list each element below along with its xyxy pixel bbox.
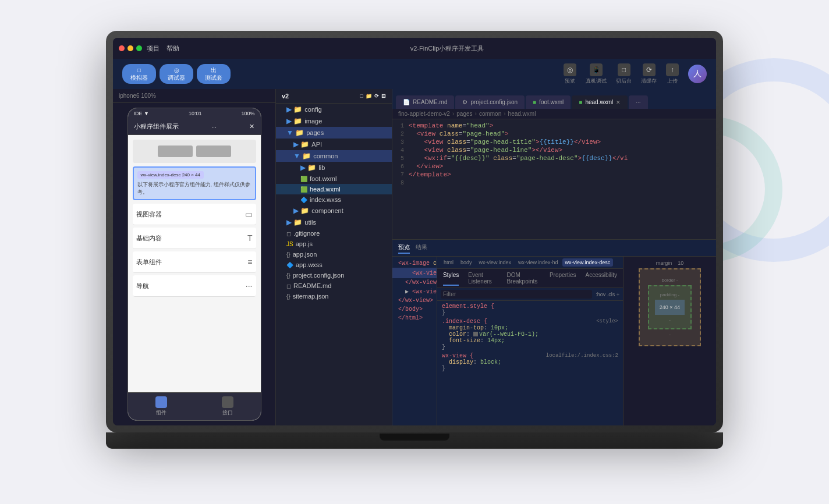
phone-status-left: IDE ▼ xyxy=(134,111,149,116)
ide-menu: 项目 帮助 xyxy=(147,44,179,53)
devtools-tab-properties[interactable]: Properties xyxy=(550,271,576,286)
menu-project[interactable]: 项目 xyxy=(147,44,160,53)
action-mobile-debug[interactable]: 📱 真机调试 xyxy=(586,63,607,85)
filetree-icon-folder[interactable]: 📁 xyxy=(366,93,372,99)
styles-pseudo[interactable]: :hov .cls + xyxy=(596,292,619,297)
laptop-outer: 项目 帮助 v2-FinClip小程序开发工具 □ 模拟器 ◎ 调试器 xyxy=(106,31,723,432)
tree-image[interactable]: ▶ 📁 image xyxy=(276,115,392,127)
tab-debug[interactable]: ◎ 调试器 xyxy=(160,64,193,84)
device-info: iphone6 100% xyxy=(113,89,275,103)
tab-head-wxml[interactable]: ■ head.wxml ✕ xyxy=(572,95,628,109)
phone-frame: IDE ▼ 10:01 100% 小程序组件展示 ··· ✕ xyxy=(127,108,261,421)
tree-head-wxml[interactable]: 🟩 head.wxml xyxy=(276,184,392,194)
bottom-tab-preview[interactable]: 预览 xyxy=(398,242,410,254)
action-cut-backend[interactable]: □ 切后台 xyxy=(616,63,632,85)
elem-tab-html[interactable]: html xyxy=(441,258,456,267)
maximize-button[interactable] xyxy=(136,45,142,51)
tab-simulate[interactable]: □ 模拟器 xyxy=(122,64,156,84)
action-preview[interactable]: ◎ 预览 xyxy=(564,63,576,85)
tree-head-wxml-label: head.wxml xyxy=(310,186,341,193)
file-icon: 🔷 xyxy=(286,262,293,268)
elem-tab-wxview-desc[interactable]: wx-view.index-desc xyxy=(562,258,614,267)
editor-tabs: 📄 README.md ⚙ project.config.json ■ foot… xyxy=(392,89,716,109)
filetree-icon-collapse[interactable]: ⊟ xyxy=(381,93,386,99)
tree-api-label: API xyxy=(311,141,322,148)
elem-tab-wxview-hd[interactable]: wx-view.index-hd xyxy=(515,258,561,267)
devtools-tab-eventlisteners[interactable]: Event Listeners xyxy=(468,271,497,286)
tab-head-close[interactable]: ✕ xyxy=(616,100,621,105)
list-item-2[interactable]: 基础内容 T xyxy=(133,228,256,249)
filetree-icon-refresh[interactable]: ⟳ xyxy=(374,93,379,99)
tree-index-wxss[interactable]: 🔷 index.wxss xyxy=(276,194,392,205)
tab-readme[interactable]: 📄 README.md xyxy=(396,95,454,109)
code-editor[interactable]: 1 <template name="head"> 2 <view class="… xyxy=(392,119,716,239)
simulate-icon: □ xyxy=(137,66,141,74)
tree-app-json[interactable]: {} app.json xyxy=(276,249,392,260)
user-avatar[interactable]: 人 xyxy=(688,65,707,83)
laptop-base xyxy=(106,432,723,449)
action-upload[interactable]: ↑ 上传 xyxy=(666,63,679,85)
minimize-button[interactable] xyxy=(127,45,133,51)
tree-pages[interactable]: ▼ 📁 pages xyxy=(276,127,392,139)
upload-label: 上传 xyxy=(667,77,678,85)
phone-status-time: 10:01 xyxy=(189,111,202,116)
filetree-icon-new[interactable]: □ xyxy=(360,93,363,99)
preview-panel: iphone6 100% IDE ▼ 10:01 100% 小程序组件展示 ··… xyxy=(113,89,276,425)
tree-api[interactable]: ▶ 📁 API xyxy=(276,139,392,150)
list-label-1: 视图容器 xyxy=(136,210,162,219)
filetree-header: v2 □ 📁 ⟳ ⊟ xyxy=(276,89,392,104)
clear-cache-label: 清缓存 xyxy=(641,77,657,85)
devtools-tab-styles[interactable]: Styles xyxy=(443,271,459,286)
test-icon: 出 xyxy=(211,66,217,74)
bottom-item-api[interactable]: 接口 xyxy=(222,396,233,417)
box-model: margin 10 border - padding - 240 × 44 - xyxy=(623,257,716,425)
list-label-3: 表单组件 xyxy=(136,258,162,267)
folder-icon: ▶ 📁 xyxy=(286,117,302,125)
tree-utils[interactable]: ▶ 📁 utils xyxy=(276,216,392,228)
folder-icon: ▼ 📁 xyxy=(286,129,304,137)
tree-component[interactable]: ▶ 📁 component xyxy=(276,205,392,216)
phone-nav-close[interactable]: ✕ xyxy=(249,123,254,130)
tree-config[interactable]: ▶ 📁 config xyxy=(276,104,392,115)
phone-highlight-tag: wx-view.index-desc 240 × 44 xyxy=(137,171,204,179)
tree-lib[interactable]: ▶ 📁 lib xyxy=(276,162,392,173)
tree-readme[interactable]: ◻ README.md xyxy=(276,281,392,291)
bottom-tab-console[interactable]: 结果 xyxy=(416,242,427,254)
tab-test[interactable]: 出 测试套 xyxy=(197,64,231,84)
dom-line-7: </html> xyxy=(392,314,437,322)
tab-project-config[interactable]: ⚙ project.config.json xyxy=(455,95,525,109)
tree-gitignore[interactable]: ◻ .gitignore xyxy=(276,228,392,239)
phone-status-bar: IDE ▼ 10:01 100% xyxy=(128,108,261,119)
style-rule-index-desc: .index-desc { <style> margin-top: 10px; … xyxy=(442,318,618,350)
close-button[interactable] xyxy=(119,45,125,51)
mobile-debug-icon: 📱 xyxy=(590,63,603,76)
tree-app-wxss[interactable]: 🔷 app.wxss xyxy=(276,260,392,270)
tab-readme-label: README.md xyxy=(413,99,447,105)
elem-tab-wxview-index[interactable]: wx-view.index xyxy=(476,258,515,267)
list-label-4: 导航 xyxy=(136,282,149,290)
element-tabs: html body wx-view.index wx-view.index-hd… xyxy=(437,257,623,269)
dom-line-2[interactable]: <wx-view class="index-desc">以下将展示小程序官方组件… xyxy=(392,268,437,278)
list-item-3[interactable]: 表单组件 ≡ xyxy=(133,251,256,273)
tree-foot-wxml[interactable]: 🟩 foot.wxml xyxy=(276,173,392,184)
tree-common[interactable]: ▼ 📁 common xyxy=(276,150,392,162)
laptop-wrapper: 项目 帮助 v2-FinClip小程序开发工具 □ 模拟器 ◎ 调试器 xyxy=(106,31,723,473)
tree-app-js[interactable]: JS app.js xyxy=(276,239,392,249)
devtools-tab-accessibility[interactable]: Accessibility xyxy=(586,271,617,286)
devtools-tab-dombreakpoints[interactable]: DOM Breakpoints xyxy=(506,271,540,286)
bottom-item-component[interactable]: 组件 xyxy=(155,396,167,417)
phone-nav-more[interactable]: ··· xyxy=(211,123,217,130)
tree-sitemap[interactable]: {} sitemap.json xyxy=(276,291,392,301)
dom-tree-area: <wx-image class="index-logo" src="../res… xyxy=(392,257,437,425)
tree-image-label: image xyxy=(304,118,322,125)
tab-foot-wxml[interactable]: ■ foot.wxml xyxy=(526,95,571,109)
menu-help[interactable]: 帮助 xyxy=(166,44,179,53)
list-icon-4: ··· xyxy=(246,281,253,290)
list-item-1[interactable]: 视图容器 ▭ xyxy=(133,204,256,225)
styles-filter-input[interactable] xyxy=(441,290,592,299)
tree-project-config[interactable]: {} project.config.json xyxy=(276,270,392,281)
list-item-4[interactable]: 导航 ··· xyxy=(133,275,256,297)
tab-more[interactable]: ··· xyxy=(629,95,647,109)
elem-tab-body[interactable]: body xyxy=(458,258,475,267)
action-clear-cache[interactable]: ⟳ 清缓存 xyxy=(641,63,657,85)
